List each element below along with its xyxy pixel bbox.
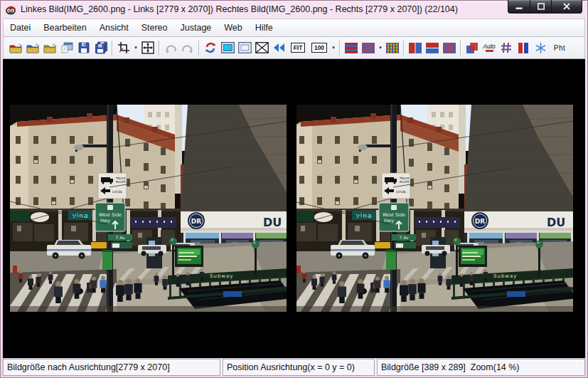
- pht-label: Pht: [554, 44, 566, 52]
- open-left-image-button[interactable]: [7, 39, 24, 56]
- resize-button[interactable]: [139, 39, 156, 56]
- crop-icon: [117, 41, 130, 54]
- file-list-icon: [60, 41, 73, 54]
- toolbar-separator: [198, 41, 200, 56]
- undo-icon: [164, 42, 177, 53]
- zoom-100-button[interactable]: 100: [309, 39, 330, 56]
- minimize-button[interactable]: [508, 0, 530, 14]
- fit-to-window-button[interactable]: FIT: [287, 39, 309, 56]
- fullscreen-button[interactable]: [253, 39, 270, 56]
- menu-stereo[interactable]: Stereo: [135, 21, 174, 35]
- left-right-bars-button[interactable]: [515, 39, 532, 56]
- window-controls: [508, 0, 582, 14]
- zoom-100-label: 100: [311, 43, 327, 53]
- auto-alignment-button[interactable]: Auto: [481, 39, 498, 56]
- app-window: Linkes Bild(IMG_2600.png - Links [2779 x…: [0, 0, 588, 378]
- toolbar-separator: [403, 41, 405, 56]
- right-image-view[interactable]: [296, 105, 573, 312]
- overlap-view-button[interactable]: [464, 39, 481, 56]
- status-alignment-position: Position Ausrichtung(x = 0 y = 0): [223, 359, 375, 376]
- grid-adjustment-button[interactable]: [498, 39, 515, 56]
- column-interlaced-icon: [443, 43, 456, 53]
- swap-icon: [204, 41, 217, 54]
- swap-left-right-button[interactable]: [202, 39, 219, 56]
- anaglyph-checker-icon: [362, 43, 375, 53]
- menu-datei[interactable]: Datei: [4, 21, 37, 35]
- phantogram-button[interactable]: Pht: [549, 39, 570, 56]
- toolbar-separator: [112, 41, 113, 56]
- row-interlaced-view-button[interactable]: [343, 39, 360, 56]
- row-interlaced-icon: [345, 43, 358, 53]
- open-right-image-button[interactable]: [24, 39, 41, 56]
- maximize-icon: [538, 3, 545, 10]
- snowflake-icon: [535, 42, 547, 54]
- redo-icon: [181, 42, 194, 53]
- previous-image-button[interactable]: [270, 39, 287, 56]
- open-stereo-image-button[interactable]: [41, 39, 58, 56]
- fit-label: FIT: [291, 43, 306, 53]
- dual-image-view-button[interactable]: [236, 39, 253, 56]
- column-interlaced-view-button[interactable]: [441, 39, 458, 56]
- single-image-view-button[interactable]: [219, 39, 236, 56]
- anaglyph-view-button[interactable]: [360, 39, 377, 56]
- over-under-icon: [426, 43, 439, 53]
- menu-justage[interactable]: Justage: [174, 21, 218, 35]
- side-by-side-view-button[interactable]: [407, 39, 424, 56]
- color-anaglyph-view-button[interactable]: [384, 39, 401, 56]
- zoom-dropdown-arrow-icon[interactable]: ▼: [330, 39, 337, 56]
- toolbar-separator: [339, 41, 341, 56]
- minimize-icon: [515, 3, 523, 10]
- grid-hash-icon: [501, 42, 512, 53]
- crop-dropdown-arrow-icon[interactable]: ▼: [132, 39, 139, 56]
- status-bar: Bildgröße nach Ausrichtung[2779 x 2070] …: [3, 358, 585, 376]
- crop-tool-button[interactable]: [115, 39, 132, 56]
- overlap-squares-icon: [466, 42, 479, 54]
- save-icon: [77, 41, 90, 54]
- save-all-icon: [95, 41, 108, 54]
- two-bars-icon: [518, 43, 529, 53]
- undo-button[interactable]: [162, 39, 179, 56]
- image-client-area: [3, 59, 585, 358]
- status-image-size-aligned: Bildgröße nach Ausrichtung[2779 x 2070]: [3, 359, 220, 376]
- open-file-list-button[interactable]: [58, 39, 75, 56]
- save-stereo-image-button[interactable]: [75, 39, 92, 56]
- menu-web[interactable]: Web: [218, 21, 248, 35]
- menu-ansicht[interactable]: Ansicht: [93, 21, 135, 35]
- left-image-view[interactable]: [10, 105, 287, 312]
- auto-label: Auto: [483, 43, 496, 49]
- dual-view-icon: [238, 42, 252, 53]
- menu-bearbeiten[interactable]: Bearbeiten: [37, 21, 92, 35]
- toolbar-separator: [460, 41, 461, 56]
- over-under-view-button[interactable]: [424, 39, 441, 56]
- color-anaglyph-icon: [386, 43, 399, 53]
- multi-point-align-button[interactable]: [532, 39, 549, 56]
- open-left-folder-icon: [9, 41, 23, 54]
- side-by-side-icon: [409, 43, 422, 53]
- menu-hilfe[interactable]: Hilfe: [249, 21, 279, 35]
- save-both-images-button[interactable]: [92, 39, 109, 56]
- close-button[interactable]: [552, 0, 582, 14]
- app-icon: [5, 4, 17, 15]
- status-display-size-zoom: Bildgröße [389 x 289] Zoom(14 %): [377, 359, 585, 376]
- title-bar: Linkes Bild(IMG_2600.png - Links [2779 x…: [0, 0, 588, 19]
- close-icon: [563, 3, 570, 10]
- toolbar: ▼: [3, 37, 585, 59]
- resize-arrows-icon: [141, 41, 154, 54]
- open-right-folder-icon: [26, 41, 40, 54]
- auto-alignment-icon: Auto: [483, 43, 496, 52]
- single-view-icon: [221, 42, 235, 53]
- toolbar-separator: [159, 41, 160, 56]
- maximize-button[interactable]: [530, 0, 552, 14]
- redo-button[interactable]: [179, 39, 196, 56]
- double-back-icon: [273, 43, 285, 53]
- menu-bar: Datei Bearbeiten Ansicht Stereo Justage …: [3, 19, 585, 37]
- open-stereo-folder-icon: [43, 41, 57, 54]
- fullscreen-icon: [255, 42, 269, 53]
- anaglyph-dropdown-arrow-icon[interactable]: ▼: [377, 39, 384, 56]
- window-title: Linkes Bild(IMG_2600.png - Links [2779 x…: [21, 4, 542, 14]
